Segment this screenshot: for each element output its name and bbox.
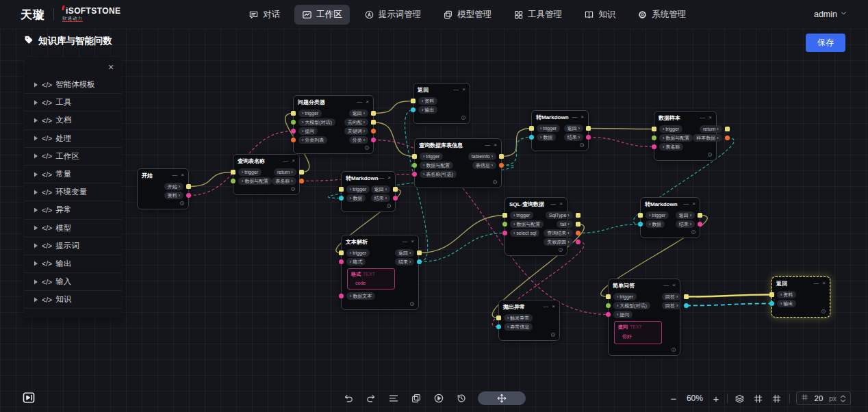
grid-button[interactable]	[752, 392, 765, 404]
close-icon[interactable]: ×	[366, 99, 369, 105]
align-button[interactable]	[387, 392, 400, 404]
minimize-icon[interactable]: —	[402, 239, 407, 244]
port-cyan-circle[interactable]	[638, 222, 643, 227]
close-icon[interactable]: ×	[181, 172, 184, 178]
minimize-icon[interactable]: —	[543, 304, 548, 309]
node-parse[interactable]: 文本解析—×› trigger› 格式格式TEXTcode› 数据文本返回 ›结…	[341, 235, 419, 310]
close-icon[interactable]: ×	[411, 239, 414, 244]
port-green-circle[interactable]	[291, 120, 296, 125]
port-magenta-circle[interactable]	[698, 222, 702, 227]
palette-item-model[interactable]: </>模型	[24, 220, 122, 237]
port-yellow-square[interactable]	[186, 184, 191, 189]
port-magenta-circle[interactable]	[371, 138, 376, 142]
port-yellow-square[interactable]	[502, 213, 507, 218]
port-yellow-square[interactable]	[586, 126, 591, 131]
zoom-in-button[interactable]: +	[711, 393, 721, 404]
minimize-icon[interactable]: —	[357, 99, 362, 105]
user-menu[interactable]: admin	[814, 10, 847, 19]
node-throw[interactable]: 抛出异常—×› 触发异常› 异常信息	[498, 300, 560, 341]
save-button[interactable]: 保存	[806, 34, 845, 52]
info-icon[interactable]	[290, 186, 296, 192]
port-yellow-square[interactable]	[339, 250, 344, 255]
port-yellow-square[interactable]	[529, 126, 534, 131]
port-orange-circle[interactable]	[371, 129, 376, 133]
nav-item-knowledge[interactable]: 知识	[576, 5, 623, 25]
port-yellow-square[interactable]	[496, 316, 501, 320]
port-yellow-square[interactable]	[684, 294, 689, 299]
nav-item-prompt[interactable]: 提示词管理	[357, 5, 429, 25]
minimize-icon[interactable]: —	[485, 142, 490, 148]
nav-item-system[interactable]: 系统管理	[630, 5, 693, 25]
param-box[interactable]: 格式TEXTcode	[347, 268, 395, 289]
port-magenta-circle[interactable]	[186, 193, 191, 198]
port-magenta-circle[interactable]	[502, 231, 507, 235]
port-cyan-circle[interactable]	[411, 107, 416, 112]
port-yellow-square[interactable]	[371, 111, 376, 116]
grid-size-stepper[interactable]	[840, 395, 846, 402]
port-green-circle[interactable]	[606, 303, 611, 308]
info-icon[interactable]	[691, 229, 696, 235]
info-icon[interactable]	[386, 203, 392, 209]
port-yellow-square[interactable]	[652, 127, 656, 131]
port-magenta-circle[interactable]	[291, 129, 296, 133]
port-green-circle[interactable]	[502, 222, 507, 227]
minimize-icon[interactable]: —	[283, 158, 288, 164]
close-icon[interactable]: ×	[709, 115, 712, 120]
nav-item-chat[interactable]: 对话	[241, 5, 288, 25]
port-yellow-square[interactable]	[299, 170, 304, 175]
info-icon[interactable]	[707, 152, 713, 158]
layers-button[interactable]	[734, 392, 746, 404]
palette-item-prompt[interactable]: </>提示词	[24, 237, 122, 255]
close-icon[interactable]: ×	[462, 87, 465, 92]
minimize-icon[interactable]: —	[379, 175, 384, 181]
minimize-icon[interactable]: —	[700, 115, 705, 120]
minimize-icon[interactable]: —	[550, 201, 556, 207]
node-md-top[interactable]: 转Markdown—×› trigger› 数据返回 ›结果 ›	[531, 110, 589, 151]
port-cyan-circle[interactable]	[339, 196, 344, 201]
duplicate-button[interactable]	[410, 392, 422, 404]
info-icon[interactable]	[671, 347, 676, 353]
palette-item-constant[interactable]: </>常量	[24, 166, 122, 183]
port-yellow-square[interactable]	[606, 294, 611, 299]
minimize-icon[interactable]: —	[572, 114, 577, 120]
close-icon[interactable]: ×	[105, 62, 116, 73]
port-yellow-square[interactable]	[339, 187, 344, 192]
palette-item-knowledge[interactable]: </>知识	[24, 291, 122, 309]
close-icon[interactable]: ×	[559, 201, 563, 207]
node-qa[interactable]: 简单问答—×› trigger› 大模型(对话)› 提问提问TEXT你好回答 ›…	[608, 279, 680, 356]
port-yellow-square[interactable]	[725, 127, 730, 131]
port-cyan-circle[interactable]	[417, 259, 422, 264]
pan-button[interactable]	[478, 391, 526, 405]
palette-item-tool[interactable]: </>工具	[24, 94, 122, 112]
node-query-table[interactable]: 查询表名称—×› trigger› 数据与配置return ›表名称 ›	[233, 154, 300, 195]
port-orange-circle[interactable]	[725, 136, 730, 140]
close-icon[interactable]: ×	[552, 304, 555, 309]
port-magenta-circle[interactable]	[339, 259, 344, 264]
port-yellow-square[interactable]	[411, 99, 416, 103]
close-icon[interactable]: ×	[692, 201, 695, 207]
port-magenta-circle[interactable]	[339, 294, 344, 298]
port-cyan-circle[interactable]	[769, 301, 774, 306]
port-green-circle[interactable]	[412, 163, 417, 168]
palette-item-output[interactable]: </>输出	[24, 255, 122, 273]
minimize-icon[interactable]: —	[813, 281, 819, 286]
info-icon[interactable]	[579, 142, 585, 149]
node-return-end[interactable]: 返回—×› 资料› 输出	[771, 276, 830, 318]
port-cyan-circle[interactable]	[496, 324, 501, 329]
info-icon[interactable]	[558, 247, 563, 253]
minimize-icon[interactable]: —	[172, 172, 177, 178]
close-icon[interactable]: ×	[292, 158, 295, 164]
palette-item-env-var[interactable]: </>环境变量	[24, 183, 122, 201]
port-yellow-square[interactable]	[638, 213, 643, 218]
node-md-right[interactable]: 转Markdown—×› trigger› 数据返回 ›结果 ›	[640, 197, 700, 238]
redo-button[interactable]	[365, 392, 377, 404]
node-sql[interactable]: SQL-查询数据—×› trigger› 数据与配置› select sqlSq…	[505, 197, 567, 256]
port-yellow-square[interactable]	[417, 250, 422, 255]
port-cyan-circle[interactable]	[529, 135, 534, 140]
palette-item-document[interactable]: </>文档	[24, 112, 122, 129]
palette-item-exception[interactable]: </>异常	[24, 201, 122, 219]
close-icon[interactable]: ×	[672, 283, 676, 288]
info-icon[interactable]	[461, 115, 466, 121]
node-return-top[interactable]: 返回—×› 资料› 输出	[413, 83, 470, 124]
port-yellow-square[interactable]	[576, 213, 580, 218]
